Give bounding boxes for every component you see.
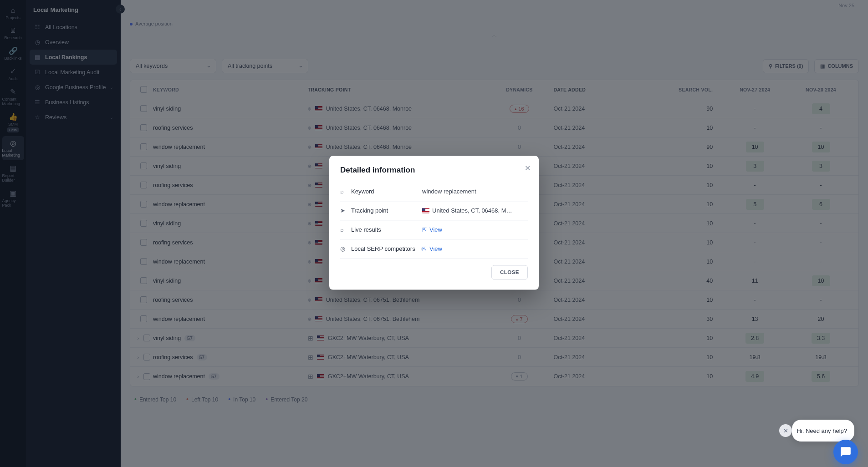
help-text: Hi. Need any help? xyxy=(797,427,847,434)
key-icon: ⌕ xyxy=(340,188,347,195)
modal-close-button[interactable]: CLOSE xyxy=(491,265,528,279)
modal-row-keyword: ⌕Keyword window replacement xyxy=(340,182,528,201)
detailed-info-modal: ✕ Detailed information ⌕Keyword window r… xyxy=(329,156,539,289)
modal-title: Detailed information xyxy=(340,166,528,175)
external-link-icon: ⇱ xyxy=(422,246,427,252)
us-flag-icon xyxy=(422,208,429,213)
external-link-icon: ⇱ xyxy=(422,227,427,233)
serp-competitors-link[interactable]: View xyxy=(429,245,442,252)
live-results-link[interactable]: View xyxy=(429,226,442,233)
chat-launcher-button[interactable] xyxy=(833,440,858,464)
modal-row-serp-competitors: ◎Local SERP competitorsi ⇱View xyxy=(340,239,528,259)
modal-row-tracking: ➤Tracking point United States, CT, 06468… xyxy=(340,201,528,220)
help-bubble[interactable]: ✕ Hi. Need any help? xyxy=(792,420,854,442)
modal-close-x[interactable]: ✕ xyxy=(523,162,532,174)
chat-icon xyxy=(840,446,852,458)
info-sup-icon[interactable]: i xyxy=(421,246,422,251)
map-pin-icon: ◎ xyxy=(340,245,347,252)
location-arrow-icon: ➤ xyxy=(340,207,347,214)
modal-row-live-results: ⌕Live results ⇱View xyxy=(340,220,528,239)
modal-tracking-value: United States, CT, 06468, M… xyxy=(422,207,528,214)
modal-keyword-value: window replacement xyxy=(422,188,528,195)
search-icon: ⌕ xyxy=(340,226,347,233)
